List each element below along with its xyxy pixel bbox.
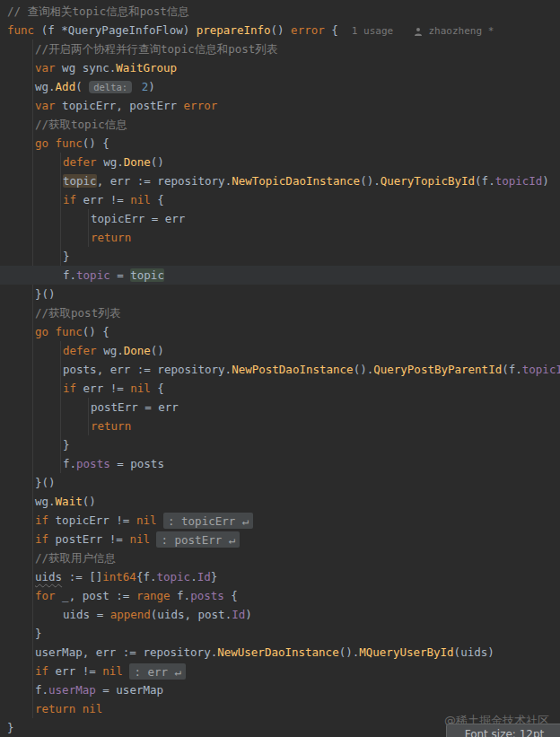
folded-code-pill[interactable]: : err ↵	[129, 663, 186, 680]
code-editor[interactable]: // 查询相关topic信息和post信息func (f *QueryPageI…	[0, 0, 560, 737]
code-token: f.	[177, 589, 190, 602]
code-token: MQueryUserById	[359, 645, 453, 659]
code-token: err !=	[56, 664, 103, 678]
code-line[interactable]: userMap, err := repository.NewUserDaoIns…	[0, 643, 560, 662]
code-token: (	[75, 80, 89, 93]
code-line[interactable]: return	[0, 228, 560, 247]
inlay-hint[interactable]: 1 usage	[352, 25, 393, 37]
code-token: error	[291, 23, 325, 37]
code-line[interactable]: posts, err := repository.NewPostDaoInsta…	[0, 360, 560, 379]
code-token: (f *QueryPageInfoFlow)	[41, 23, 197, 37]
code-token: Wait	[56, 495, 83, 508]
code-token: WaitGroup	[116, 61, 177, 75]
code-token: {	[325, 23, 352, 37]
code-line[interactable]: //开启两个协程并行查询topic信息和post列表	[0, 39, 560, 58]
code-token: () {	[83, 136, 109, 150]
code-token: Id	[232, 608, 245, 621]
code-line[interactable]: topicErr = err	[0, 209, 560, 228]
code-token: if	[63, 193, 83, 206]
code-token: userMap	[48, 683, 96, 697]
code-line[interactable]: }	[0, 435, 560, 454]
code-token: if	[63, 382, 83, 395]
highlighted-identifier-write: topic	[63, 174, 97, 188]
code-line[interactable]: }	[0, 624, 560, 643]
code-line[interactable]: }()	[0, 285, 560, 303]
code-token	[135, 80, 142, 93]
code-token: ().	[360, 174, 381, 188]
code-token: {	[151, 193, 164, 206]
code-line[interactable]: wg.Add( delta: 2)	[0, 77, 560, 96]
code-token: //获取topic信息	[35, 118, 127, 131]
code-line[interactable]: var wg sync.WaitGroup	[0, 58, 560, 77]
code-token: (uids, post.	[151, 608, 232, 621]
code-token: Id	[197, 570, 211, 583]
code-token: postErr = err	[91, 400, 179, 414]
code-token: posts	[76, 457, 110, 470]
code-token: wg.	[35, 80, 56, 93]
code-token: () {	[83, 325, 109, 338]
author-icon	[414, 23, 423, 37]
code-line[interactable]: uids := []int64{f.topic.Id}	[0, 567, 560, 586]
code-token: postErr !=	[56, 532, 130, 546]
code-line[interactable]: defer wg.Done()	[0, 153, 560, 171]
code-token: topic	[76, 268, 110, 282]
code-token: //获取用户信息	[35, 551, 116, 565]
code-line[interactable]: topic, err := repository.NewTopicDaoInst…	[0, 171, 560, 190]
code-token: {	[151, 382, 164, 395]
code-line[interactable]: go func() {	[0, 322, 560, 341]
code-line[interactable]: // 查询相关topic信息和post信息	[0, 2, 560, 21]
code-line[interactable]: //获取topic信息	[0, 115, 560, 134]
code-token: Done	[124, 155, 151, 169]
code-token: NewTopicDaoInstance	[232, 174, 360, 188]
code-line[interactable]: if postErr != nil : postErr ↵	[0, 530, 560, 548]
code-line[interactable]: if topicErr != nil : topicErr ↵	[0, 511, 560, 530]
code-line[interactable]: //获取用户信息	[0, 548, 560, 567]
code-line[interactable]: go func() {	[0, 134, 560, 153]
code-line[interactable]: if err != nil {	[0, 379, 560, 398]
code-token: if	[35, 664, 56, 678]
code-line[interactable]: defer wg.Done()	[0, 341, 560, 360]
code-line[interactable]: var topicErr, postErr error	[0, 96, 560, 115]
code-token: // 查询相关topic信息和post信息	[7, 4, 189, 18]
code-token: }	[211, 570, 218, 583]
code-token: var	[35, 99, 62, 112]
code-line[interactable]: }	[0, 247, 560, 266]
code-line[interactable]: f.posts = posts	[0, 454, 560, 473]
code-line[interactable]: if err != nil : err ↵	[0, 662, 560, 680]
code-line[interactable]: for _, post := range f.posts {	[0, 586, 560, 605]
code-token: )	[245, 608, 252, 621]
code-token: = posts	[110, 457, 164, 470]
folded-code-pill[interactable]: : topicErr ↵	[163, 513, 253, 529]
code-token: )	[542, 174, 549, 188]
code-token: uids =	[63, 608, 110, 621]
code-token: QueryTopicById	[381, 174, 475, 188]
code-token: if	[35, 532, 56, 546]
code-token: nil	[130, 193, 151, 206]
folded-code-pill[interactable]: : postErr ↵	[156, 531, 240, 548]
code-line[interactable]: f.userMap = userMap	[0, 680, 560, 699]
code-token: ()	[83, 495, 96, 508]
code-line[interactable]: }()	[0, 473, 560, 492]
code-token: )	[148, 80, 155, 93]
code-line-current[interactable]: f.topic = topic	[0, 266, 560, 285]
code-token: var	[35, 61, 62, 75]
code-token: wg sync.	[62, 61, 116, 75]
inlay-hint[interactable]: zhaozheng *	[423, 25, 494, 37]
code-line[interactable]: wg.Wait()	[0, 492, 560, 511]
code-line[interactable]: if err != nil {	[0, 190, 560, 209]
code-token: _, post :=	[62, 589, 136, 602]
code-line[interactable]: //获取post列表	[0, 303, 560, 322]
code-token: for	[35, 589, 62, 602]
code-line[interactable]: func (f *QueryPageInfoFlow) prepareInfo(…	[0, 21, 560, 39]
code-token: {	[224, 589, 238, 602]
code-token: ()	[151, 155, 164, 169]
code-line[interactable]: postErr = err	[0, 398, 560, 417]
code-token: Add	[56, 80, 76, 93]
code-token: QueryPostByParentId	[373, 363, 502, 376]
code-token: =	[110, 268, 131, 282]
code-line[interactable]: return	[0, 417, 560, 435]
code-token: }()	[35, 287, 56, 301]
code-token: topicErr, postErr	[62, 99, 183, 112]
code-token: (uids)	[454, 645, 494, 659]
code-line[interactable]: uids = append(uids, post.Id)	[0, 605, 560, 624]
